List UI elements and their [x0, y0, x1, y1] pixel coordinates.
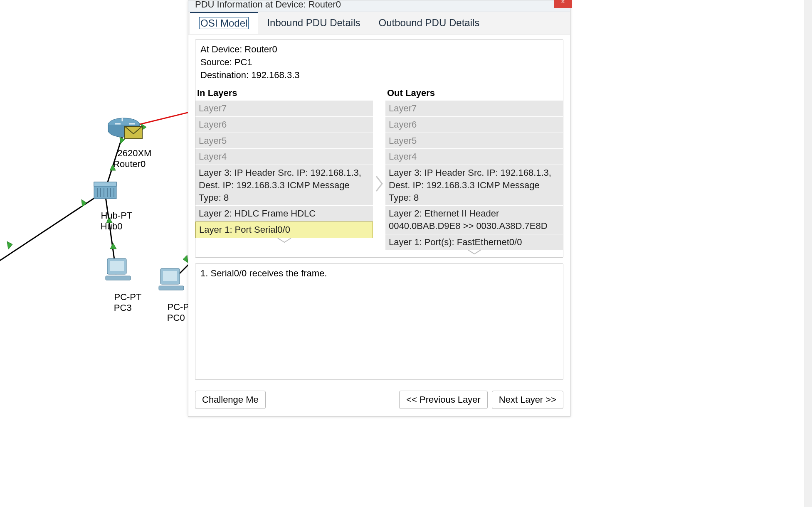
svg-marker-12 — [183, 255, 188, 263]
out-layer7[interactable]: Layer7 — [385, 100, 563, 116]
svg-marker-6 — [81, 199, 86, 207]
svg-marker-7 — [7, 241, 12, 249]
close-button[interactable]: × — [554, 0, 572, 8]
layer-detail-box: 1. Serial0/0 receives the frame. — [195, 263, 563, 380]
out-layer6[interactable]: Layer6 — [385, 116, 563, 133]
out-expand-icon[interactable] — [385, 249, 563, 257]
layer-flow-arrow-icon — [373, 85, 385, 257]
next-layer-button[interactable]: Next Layer >> — [492, 391, 563, 409]
at-device-text: At Device: Router0 — [200, 43, 558, 56]
svg-rect-24 — [110, 261, 124, 271]
in-layer4[interactable]: Layer4 — [195, 148, 373, 165]
out-layer3[interactable]: Layer 3: IP Header Src. IP: 192.168.1.3,… — [385, 165, 563, 205]
hub-label: Hub-PTHub0 — [91, 199, 132, 243]
svg-rect-16 — [94, 182, 116, 186]
in-layers-heading: In Layers — [195, 85, 373, 100]
device-info: At Device: Router0 Source: PC1 Destinati… — [195, 40, 563, 85]
tab-bar: OSI Model Inbound PDU Details Outbound P… — [188, 12, 570, 34]
in-expand-icon[interactable] — [195, 237, 373, 246]
in-layer3[interactable]: Layer 3: IP Header Src. IP: 192.168.1.3,… — [195, 165, 373, 205]
tab-inbound-pdu[interactable]: Inbound PDU Details — [258, 12, 369, 34]
challenge-me-button[interactable]: Challenge Me — [195, 391, 266, 409]
in-layer5[interactable]: Layer5 — [195, 133, 373, 149]
in-layer7[interactable]: Layer7 — [195, 100, 373, 116]
close-icon: × — [561, 0, 565, 5]
out-layers-column: Out Layers Layer7 Layer6 Layer5 Layer4 L… — [385, 85, 563, 257]
in-layer6[interactable]: Layer6 — [195, 116, 373, 133]
in-layers-column: In Layers Layer7 Layer6 Layer5 Layer4 La… — [195, 85, 373, 245]
previous-layer-button[interactable]: << Previous Layer — [399, 391, 488, 409]
svg-rect-28 — [159, 286, 184, 290]
out-layer5[interactable]: Layer5 — [385, 133, 563, 149]
vertical-scrollbar[interactable] — [805, 0, 812, 507]
in-layer1[interactable]: Layer 1: Port Serial0/0 — [195, 222, 373, 238]
tab-osi-model[interactable]: OSI Model — [190, 12, 258, 34]
router-label: 2620XMRouter0 — [107, 137, 151, 180]
pc3-label: PC-PTPC3 — [104, 281, 141, 324]
svg-rect-25 — [106, 276, 131, 280]
dialog-titlebar[interactable]: PDU Information at Device: Router0 × — [188, 0, 570, 12]
destination-text: Destination: 192.168.3.3 — [200, 69, 558, 82]
source-text: Source: PC1 — [200, 56, 558, 69]
svg-line-1 — [0, 191, 105, 266]
out-layer2[interactable]: Layer 2: Ethernet II Header 0040.0BAB.D9… — [385, 205, 563, 234]
svg-rect-27 — [163, 271, 177, 281]
pdu-info-dialog: PDU Information at Device: Router0 × OSI… — [188, 0, 570, 417]
pc3-icon[interactable] — [106, 258, 131, 280]
out-layer4[interactable]: Layer4 — [385, 148, 563, 165]
out-layers-heading: Out Layers — [385, 85, 563, 100]
tab-outbound-pdu[interactable]: Outbound PDU Details — [370, 12, 489, 34]
pc0-icon[interactable] — [159, 268, 184, 290]
dialog-title: PDU Information at Device: Router0 — [195, 0, 341, 10]
layer-detail-text: 1. Serial0/0 receives the frame. — [200, 268, 558, 279]
out-layer1[interactable]: Layer 1: Port(s): FastEthernet0/0 — [385, 234, 563, 250]
hub-icon[interactable] — [94, 182, 116, 199]
svg-marker-9 — [110, 243, 116, 249]
in-layer2[interactable]: Layer 2: HDLC Frame HDLC — [195, 205, 373, 222]
